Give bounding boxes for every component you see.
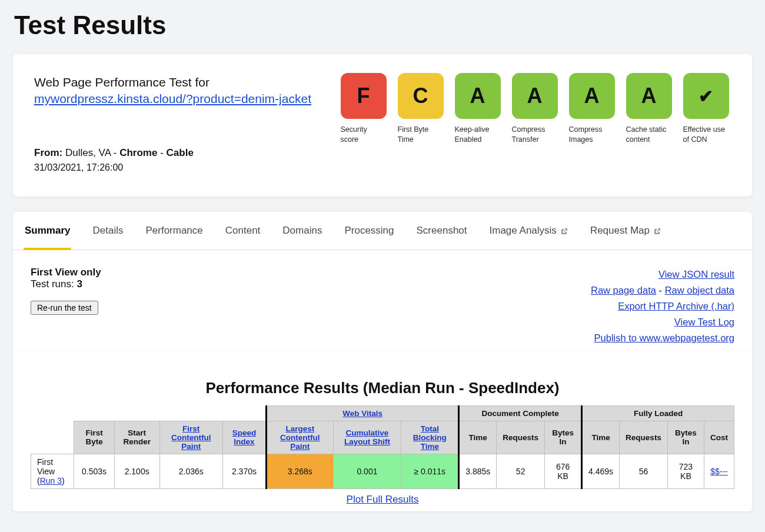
table-row: First View (Run 3) 0.503s 2.100s 2.036s … bbox=[31, 454, 734, 488]
tab-processing[interactable]: Processing bbox=[344, 225, 394, 242]
test-runs: Test runs: 3 bbox=[31, 278, 101, 290]
tab-details[interactable]: Details bbox=[92, 225, 123, 242]
link-export-har[interactable]: Export HTTP Archive (.har) bbox=[618, 301, 734, 311]
cell-fl-bytes: 723 KB bbox=[667, 454, 704, 488]
grade-label: Compress Transfer bbox=[512, 125, 558, 145]
cell-speed-index: 2.370s bbox=[222, 454, 266, 488]
link-run[interactable]: Run 3 bbox=[40, 476, 62, 486]
tab-domains[interactable]: Domains bbox=[282, 225, 322, 242]
link-web-vitals[interactable]: Web Vitals bbox=[342, 409, 382, 418]
test-summary-card: Web Page Performance Test for mywordpres… bbox=[13, 54, 752, 197]
tab-summary[interactable]: Summary bbox=[25, 225, 70, 242]
export-links: View JSON result Raw page data - Raw obj… bbox=[591, 267, 734, 347]
cell-tbt: ≥ 0.011s bbox=[401, 454, 459, 488]
external-link-icon bbox=[653, 227, 661, 234]
col-fl-bytes: Bytes In bbox=[667, 421, 704, 454]
grade-label: Compress Images bbox=[569, 125, 615, 145]
col-fcp: First Contentful Paint bbox=[159, 421, 222, 454]
first-view-only: First View only bbox=[31, 267, 101, 278]
test-meta: From: Dulles, VA - Chrome - Cable 31/03/… bbox=[34, 147, 327, 173]
col-fl-requests: Requests bbox=[620, 421, 668, 454]
cell-fl-requests: 56 bbox=[620, 454, 668, 488]
link-lcp[interactable]: Largest Contentful Paint bbox=[280, 424, 320, 451]
col-start-render: Start Render bbox=[114, 421, 159, 454]
tab-content[interactable]: Content bbox=[225, 225, 261, 242]
cell-start-render: 2.100s bbox=[114, 454, 159, 488]
col-dc-bytes: Bytes In bbox=[545, 421, 582, 454]
grade-label: Effective use of CDN bbox=[683, 125, 729, 145]
tabbar: Summary Details Performance Content Doma… bbox=[13, 212, 752, 250]
from-label: From: bbox=[34, 147, 62, 158]
cell-fcp: 2.036s bbox=[159, 454, 222, 488]
grade-label: Cache static content bbox=[626, 125, 672, 145]
group-web-vitals: Web Vitals bbox=[267, 405, 459, 421]
timestamp: 31/03/2021, 17:26:00 bbox=[34, 162, 327, 173]
perf-title: Performance Results (Median Run - SpeedI… bbox=[31, 379, 734, 397]
col-tbt: Total Blocking Time bbox=[401, 421, 459, 454]
link-plot-full-results[interactable]: Plot Full Results bbox=[347, 494, 419, 505]
tab-performance[interactable]: Performance bbox=[145, 225, 202, 242]
grade-label: Security score bbox=[341, 125, 387, 145]
grade-badge: A bbox=[455, 73, 501, 119]
rerun-button[interactable]: Re-run the test bbox=[31, 301, 98, 315]
performance-results: Performance Results (Median Run - SpeedI… bbox=[13, 352, 752, 511]
grade-label: First Byte Time bbox=[398, 125, 444, 145]
grade-badge: A bbox=[569, 73, 615, 119]
col-cost: Cost bbox=[704, 421, 734, 454]
from-browser: Chrome bbox=[119, 147, 157, 158]
grade-first-byte: C First Byte Time bbox=[395, 73, 445, 145]
link-fcp[interactable]: First Contentful Paint bbox=[171, 424, 211, 451]
cell-lcp: 3.268s bbox=[267, 454, 334, 488]
col-cls: Cumulative Layout Shift bbox=[333, 421, 401, 454]
link-raw-page[interactable]: Raw page data bbox=[591, 285, 656, 295]
link-cls[interactable]: Cumulative Layout Shift bbox=[344, 428, 390, 446]
col-dc-time: Time bbox=[459, 421, 497, 454]
cell-cls: 0.001 bbox=[333, 454, 401, 488]
cell-fl-time: 4.469s bbox=[582, 454, 620, 488]
link-publish[interactable]: Publish to www.webpagetest.org bbox=[594, 332, 734, 343]
grade-security: F Security score bbox=[338, 73, 388, 145]
grade-badge: F bbox=[341, 73, 387, 119]
link-view-json[interactable]: View JSON result bbox=[658, 269, 734, 280]
grade-strip: F Security score C First Byte Time A Kee… bbox=[338, 73, 731, 145]
link-view-test-log[interactable]: View Test Log bbox=[674, 317, 734, 327]
tab-screenshot[interactable]: Screenshot bbox=[417, 225, 467, 242]
grade-compress-images: A Compress Images bbox=[567, 73, 617, 145]
tab-label: Image Analysis bbox=[490, 225, 557, 237]
from-location: Dulles, VA bbox=[65, 147, 111, 158]
group-doc-complete: Document Complete bbox=[459, 405, 582, 421]
grade-cache-static: A Cache static content bbox=[624, 73, 674, 145]
intro-text: Web Page Performance Test for bbox=[34, 73, 327, 92]
group-fully-loaded: Fully Loaded bbox=[582, 405, 734, 421]
col-fl-time: Time bbox=[582, 421, 620, 454]
col-speed-index: Speed Index bbox=[222, 421, 266, 454]
results-table: Web Vitals Document Complete Fully Loade… bbox=[31, 405, 734, 489]
cell-dc-bytes: 676 KB bbox=[545, 454, 582, 488]
detail-card: Summary Details Performance Content Doma… bbox=[13, 212, 752, 353]
tested-url-link[interactable]: mywordpressz.kinsta.cloud/?product=denim… bbox=[34, 92, 311, 105]
row-label-suffix: ) bbox=[62, 476, 65, 486]
tab-label: Request Map bbox=[590, 225, 650, 237]
link-raw-object[interactable]: Raw object data bbox=[665, 285, 734, 295]
col-first-byte: First Byte bbox=[74, 421, 115, 454]
link-cost[interactable]: $$--- bbox=[710, 467, 728, 476]
tab-request-map[interactable]: Request Map bbox=[590, 225, 661, 242]
grade-badge: A bbox=[512, 73, 558, 119]
row-label: First View (Run 3) bbox=[31, 454, 74, 488]
grade-badge: A bbox=[626, 73, 672, 119]
cell-cost: $$--- bbox=[704, 454, 734, 488]
grade-badge: C bbox=[398, 73, 444, 119]
link-speed-index[interactable]: Speed Index bbox=[232, 428, 257, 446]
test-runs-value: 3 bbox=[76, 278, 82, 290]
grade-compress-transfer: A Compress Transfer bbox=[510, 73, 560, 145]
grade-cdn: ✔ Effective use of CDN bbox=[681, 73, 731, 145]
grade-badge: ✔ bbox=[683, 73, 729, 119]
grade-keepalive: A Keep-alive Enabled bbox=[453, 73, 503, 145]
from-connection: Cable bbox=[167, 147, 194, 158]
col-dc-requests: Requests bbox=[497, 421, 545, 454]
test-runs-label: Test runs: bbox=[31, 278, 76, 290]
tab-image-analysis[interactable]: Image Analysis bbox=[490, 225, 568, 242]
cell-first-byte: 0.503s bbox=[74, 454, 115, 488]
external-link-icon bbox=[560, 227, 568, 234]
link-tbt[interactable]: Total Blocking Time bbox=[413, 424, 447, 451]
